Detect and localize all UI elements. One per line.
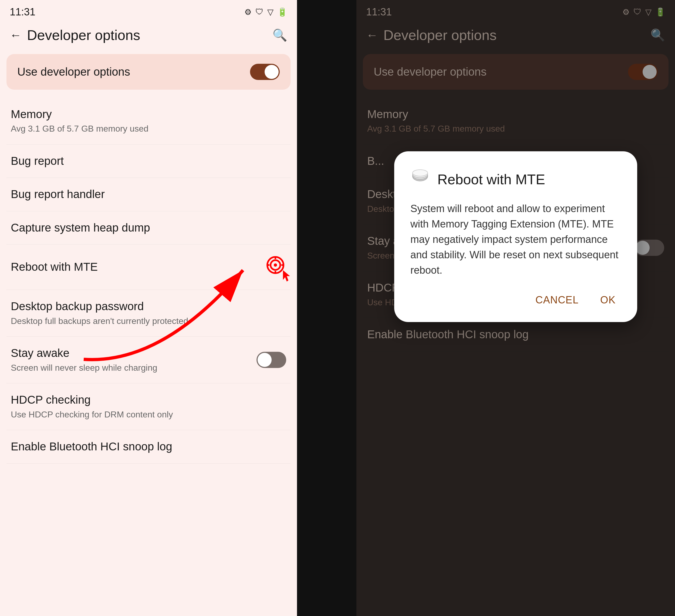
item-subtitle-stay-awake: Screen will never sleep while charging bbox=[11, 362, 256, 373]
item-subtitle-hdcp: Use HDCP checking for DRM content only bbox=[11, 409, 286, 420]
list-item-bug-report-handler[interactable]: Bug report handler bbox=[6, 178, 291, 211]
list-item-bug-report[interactable]: Bug report bbox=[6, 145, 291, 178]
list-item-reboot-mte[interactable]: Reboot with MTE bbox=[6, 245, 291, 290]
cursor-annotation bbox=[265, 254, 286, 280]
item-title-stay-awake: Stay awake bbox=[11, 346, 256, 360]
search-button-left[interactable]: 🔍 bbox=[273, 28, 287, 42]
list-item-heap-dump[interactable]: Capture system heap dump bbox=[6, 211, 291, 245]
dev-options-card-left[interactable]: Use developer options bbox=[6, 54, 291, 90]
settings-list-left: Memory Avg 3.1 GB of 5.7 GB memory used … bbox=[0, 98, 297, 616]
item-title-heap-dump: Capture system heap dump bbox=[11, 221, 286, 234]
battery-icon-left: 🔋 bbox=[277, 7, 287, 17]
item-title-bluetooth: Enable Bluetooth HCI snoop log bbox=[11, 440, 286, 453]
dialog-cancel-button[interactable]: Cancel bbox=[530, 291, 584, 309]
stay-awake-toggle-left[interactable] bbox=[256, 352, 286, 368]
dev-options-toggle-left[interactable] bbox=[250, 64, 280, 80]
item-title-bug-report-handler: Bug report handler bbox=[11, 188, 286, 201]
list-item-hdcp[interactable]: HDCP checking Use HDCP checking for DRM … bbox=[6, 384, 291, 430]
dialog-overlay: Reboot with MTE System will reboot and a… bbox=[356, 0, 675, 616]
status-time-left: 11:31 bbox=[10, 6, 35, 18]
list-item-bluetooth[interactable]: Enable Bluetooth HCI snoop log bbox=[6, 430, 291, 463]
item-title-memory: Memory bbox=[11, 108, 286, 121]
item-subtitle-desktop-backup: Desktop full backups aren't currently pr… bbox=[11, 316, 286, 327]
dialog-icon bbox=[410, 167, 430, 191]
stay-awake-toggle-knob-left bbox=[257, 353, 272, 367]
item-subtitle-memory: Avg 3.1 GB of 5.7 GB memory used bbox=[11, 123, 286, 135]
svg-point-2 bbox=[274, 263, 277, 267]
svg-point-11 bbox=[412, 170, 428, 176]
list-item-desktop-backup[interactable]: Desktop backup password Desktop full bac… bbox=[6, 290, 291, 337]
toggle-knob-left bbox=[265, 65, 279, 79]
item-title-desktop-backup: Desktop backup password bbox=[11, 299, 286, 313]
top-nav-left: ← Developer options 🔍 bbox=[0, 22, 297, 49]
dialog-header: Reboot with MTE bbox=[410, 167, 621, 191]
dialog-title: Reboot with MTE bbox=[437, 171, 545, 188]
center-divider bbox=[297, 0, 356, 616]
status-icons-left: ⚙ 🛡 ▽ 🔋 bbox=[244, 7, 287, 17]
shield-icon-left: 🛡 bbox=[255, 7, 264, 16]
dialog-body: System will reboot and allow to experime… bbox=[410, 201, 621, 278]
status-bar-left: 11:31 ⚙ 🛡 ▽ 🔋 bbox=[0, 0, 297, 22]
dialog-ok-button[interactable]: OK bbox=[595, 291, 621, 309]
list-item-memory[interactable]: Memory Avg 3.1 GB of 5.7 GB memory used bbox=[6, 98, 291, 145]
item-title-hdcp: HDCP checking bbox=[11, 393, 286, 407]
list-item-stay-awake[interactable]: Stay awake Screen will never sleep while… bbox=[6, 337, 291, 384]
page-title-left: Developer options bbox=[27, 27, 273, 43]
settings-icon-left: ⚙ bbox=[244, 7, 252, 17]
item-title-reboot-mte: Reboot with MTE bbox=[11, 260, 259, 274]
reboot-mte-dialog: Reboot with MTE System will reboot and a… bbox=[394, 151, 637, 322]
back-button-left[interactable]: ← bbox=[10, 28, 22, 42]
wifi-icon-left: ▽ bbox=[267, 7, 274, 17]
dialog-buttons: Cancel OK bbox=[410, 291, 621, 309]
left-panel: 11:31 ⚙ 🛡 ▽ 🔋 ← Developer options 🔍 Use … bbox=[0, 0, 297, 616]
dev-options-label-left: Use developer options bbox=[17, 65, 130, 78]
item-title-bug-report: Bug report bbox=[11, 154, 286, 168]
right-panel: 11:31 ⚙ 🛡 ▽ 🔋 ← Developer options 🔍 Use … bbox=[356, 0, 675, 616]
